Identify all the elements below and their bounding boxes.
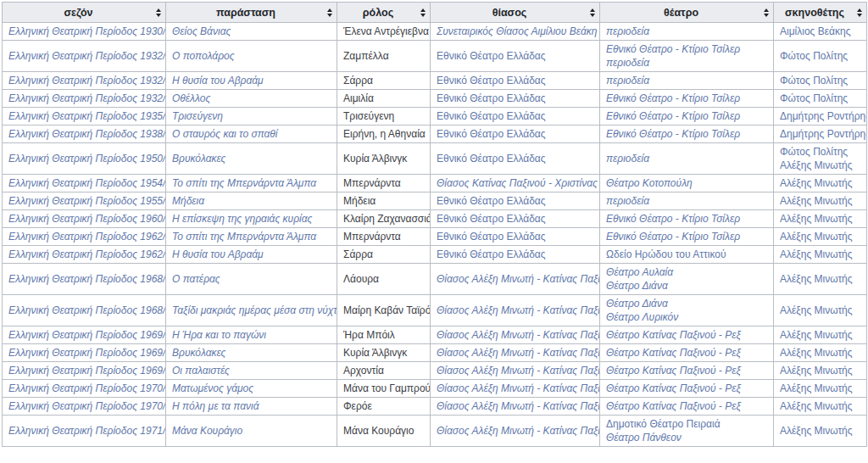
wiki-link[interactable]: Θέατρο Πάνθεον bbox=[606, 432, 682, 443]
wiki-link[interactable]: περιοδεία bbox=[606, 25, 649, 37]
wiki-link[interactable]: Το σπίτι της Μπερνάρντα Άλμπα bbox=[172, 177, 316, 189]
wiki-link[interactable]: Η πόλη με τα πανιά bbox=[172, 400, 259, 412]
wiki-link[interactable]: Ταξίδι μακριάς ημέρας μέσα στη νύχτα bbox=[172, 304, 337, 316]
sort-icon[interactable] bbox=[327, 8, 332, 17]
wiki-link[interactable]: Θέατρο Κατίνας Παξινού - Ρεξ bbox=[606, 347, 741, 359]
wiki-link[interactable]: Βρυκόλακες bbox=[172, 347, 225, 359]
wiki-link[interactable]: Θέατρο Κοτοπούλη bbox=[606, 177, 693, 189]
wiki-link[interactable]: Αλέξης Μινωτής bbox=[780, 273, 853, 285]
wiki-link[interactable]: Ελληνική Θεατρική Περίοδος 1954/1955 bbox=[8, 177, 166, 189]
col-header-theatre[interactable]: θέατρο bbox=[600, 3, 774, 23]
wiki-link[interactable]: Εθνικό Θέατρο Ελλάδας bbox=[437, 248, 546, 260]
sort-icon[interactable] bbox=[156, 8, 161, 17]
wiki-link[interactable]: Αλέξης Μινωτής bbox=[780, 382, 853, 394]
sort-icon[interactable] bbox=[764, 8, 769, 17]
wiki-link[interactable]: Θέατρο Διάνα bbox=[606, 298, 668, 310]
wiki-link[interactable]: Το σπίτι της Μπερνάρντα Άλμπα bbox=[172, 231, 316, 243]
wiki-link[interactable]: Τρισεύγενη bbox=[172, 110, 223, 122]
wiki-link[interactable]: Εθνικό Θέατρο Ελλάδας bbox=[437, 92, 546, 104]
sort-icon[interactable] bbox=[857, 8, 862, 17]
wiki-link[interactable]: Ελληνική Θεατρική Περίοδος 1950/1951 bbox=[8, 153, 166, 165]
wiki-link[interactable]: Ελληνική Θεατρική Περίοδος 1970/1971 bbox=[8, 382, 166, 394]
wiki-link[interactable]: Φώτος Πολίτης bbox=[780, 146, 848, 158]
wiki-link[interactable]: Οθέλλος bbox=[172, 92, 210, 104]
wiki-link[interactable]: Θέατρο Διάνα bbox=[606, 280, 668, 292]
wiki-link[interactable]: Θίασος Αλέξη Μινωτή - Κατίνας Παξινού bbox=[437, 382, 600, 394]
col-header-role[interactable]: ρόλος bbox=[337, 3, 431, 23]
wiki-link[interactable]: Ο σταυρός και το σπαθί bbox=[172, 128, 278, 140]
wiki-link[interactable]: Ελληνική Θεατρική Περίοδος 1935/1936 bbox=[8, 110, 166, 122]
wiki-link[interactable]: περιοδεία bbox=[606, 153, 649, 165]
wiki-link[interactable]: περιοδεία bbox=[606, 57, 649, 69]
wiki-link[interactable]: Εθνικό Θέατρο - Κτίριο Τσίλερ bbox=[606, 43, 740, 55]
wiki-link[interactable]: Αλέξης Μινωτής bbox=[780, 425, 853, 437]
col-header-play[interactable]: παράσταση bbox=[166, 3, 337, 23]
wiki-link[interactable]: Αλέξης Μινωτής bbox=[780, 231, 853, 243]
wiki-link[interactable]: περιοδεία bbox=[606, 195, 649, 207]
wiki-link[interactable]: Θίασος Αλέξη Μινωτή - Κατίνας Παξινού bbox=[437, 365, 600, 377]
col-header-director[interactable]: σκηνοθέτης bbox=[774, 3, 867, 23]
wiki-link[interactable]: Ελληνική Θεατρική Περίοδος 1960/1961 bbox=[8, 213, 166, 225]
col-header-season[interactable]: σεζόν bbox=[3, 3, 166, 23]
wiki-link[interactable]: Αλέξης Μινωτής bbox=[780, 329, 853, 341]
wiki-link[interactable]: Αλέξης Μινωτής bbox=[780, 195, 853, 207]
wiki-link[interactable]: Ελληνική Θεατρική Περίοδος 1968/1969 bbox=[8, 304, 166, 316]
wiki-link[interactable]: Ματωμένος γάμος bbox=[172, 382, 253, 394]
wiki-link[interactable]: Αλέξης Μινωτής bbox=[780, 365, 853, 377]
wiki-link[interactable]: Δημήτρης Ροντήρης bbox=[780, 110, 867, 122]
wiki-link[interactable]: Εθνικό Θέατρο Ελλάδας bbox=[437, 128, 546, 140]
wiki-link[interactable]: Εθνικό Θέατρο Ελλάδας bbox=[437, 153, 546, 165]
wiki-link[interactable]: Εθνικό Θέατρο - Κτίριο Τσίλερ bbox=[606, 231, 740, 243]
wiki-link[interactable]: Ελληνική Θεατρική Περίοδος 1962/1963 bbox=[8, 231, 166, 243]
wiki-link[interactable]: Αλέξης Μινωτής bbox=[780, 400, 853, 412]
wiki-link[interactable]: Συνεταιρικός Θίασος Αιμίλιου Βεάκη bbox=[437, 25, 597, 37]
wiki-link[interactable]: Αλέξης Μινωτής bbox=[780, 159, 853, 171]
wiki-link[interactable]: Ελληνική Θεατρική Περίοδος 1938/1939 bbox=[8, 128, 166, 140]
wiki-link[interactable]: Ελληνική Θεατρική Περίοδος 1932/1933 bbox=[8, 50, 166, 62]
wiki-link[interactable]: Ο πατέρας bbox=[172, 273, 220, 285]
sort-icon[interactable] bbox=[590, 8, 595, 17]
wiki-link[interactable]: Ελληνική Θεατρική Περίοδος 1970/1971 bbox=[8, 400, 166, 412]
wiki-link[interactable]: Θέατρο Κατίνας Παξινού - Ρεξ bbox=[606, 382, 741, 394]
wiki-link[interactable]: Εθνικό Θέατρο Ελλάδας bbox=[437, 75, 546, 86]
wiki-link[interactable]: Μήδεια bbox=[172, 195, 204, 207]
wiki-link[interactable]: Θέατρο Αυλαία bbox=[606, 266, 673, 278]
wiki-link[interactable]: Θίασος Αλέξη Μινωτή - Κατίνας Παξινού bbox=[437, 273, 600, 285]
wiki-link[interactable]: Θίασος Αλέξη Μινωτή - Κατίνας Παξινού bbox=[437, 400, 600, 412]
wiki-link[interactable]: Ωδείο Ηρώδου του Αττικού bbox=[606, 248, 726, 260]
wiki-link[interactable]: Ελληνική Θεατρική Περίοδος 1969/1970 bbox=[8, 329, 166, 341]
wiki-link[interactable]: Εθνικό Θέατρο - Κτίριο Τσίλερ bbox=[606, 92, 740, 104]
wiki-link[interactable]: Θίασος Κατίνας Παξινού - Χριστίνας Καλογ… bbox=[437, 177, 600, 189]
wiki-link[interactable]: Αλέξης Μινωτής bbox=[780, 177, 853, 189]
wiki-link[interactable]: Εθνικό Θέατρο Ελλάδας bbox=[437, 195, 546, 207]
wiki-link[interactable]: Φώτος Πολίτης bbox=[780, 92, 848, 104]
wiki-link[interactable]: Αλέξης Μινωτής bbox=[780, 304, 853, 316]
wiki-link[interactable]: Εθνικό Θέατρο - Κτίριο Τσίλερ bbox=[606, 128, 740, 140]
wiki-link[interactable]: Αλέξης Μινωτής bbox=[780, 213, 853, 225]
wiki-link[interactable]: Θίασος Αλέξη Μινωτή - Κατίνας Παξινού bbox=[437, 425, 600, 437]
wiki-link[interactable]: Ελληνική Θεατρική Περίοδος 1969/1970 bbox=[8, 347, 166, 359]
wiki-link[interactable]: Ελληνική Θεατρική Περίοδος 1932/1933 bbox=[8, 92, 166, 104]
wiki-link[interactable]: Θέατρο Κατίνας Παξινού - Ρεξ bbox=[606, 329, 741, 341]
wiki-link[interactable]: Ελληνική Θεατρική Περίοδος 1930/1931 bbox=[8, 25, 166, 37]
wiki-link[interactable]: Ελληνική Θεατρική Περίοδος 1971/1972 bbox=[8, 425, 166, 437]
wiki-link[interactable]: περιοδεία bbox=[606, 75, 649, 86]
wiki-link[interactable]: Ελληνική Θεατρική Περίοδος 1969/1970 bbox=[8, 365, 166, 377]
wiki-link[interactable]: Θίασος Αλέξη Μινωτή - Κατίνας Παξινού bbox=[437, 329, 600, 341]
wiki-link[interactable]: Εθνικό Θέατρο Ελλάδας bbox=[437, 213, 546, 225]
wiki-link[interactable]: Η θυσία του Αβραάμ bbox=[172, 248, 264, 260]
wiki-link[interactable]: Εθνικό Θέατρο Ελλάδας bbox=[437, 50, 546, 62]
wiki-link[interactable]: Δημήτρης Ροντήρης bbox=[780, 128, 867, 140]
wiki-link[interactable]: Αλέξης Μινωτής bbox=[780, 248, 853, 260]
wiki-link[interactable]: Αλέξης Μινωτής bbox=[780, 347, 853, 359]
wiki-link[interactable]: Μάνα Κουράγιο bbox=[172, 425, 242, 437]
wiki-link[interactable]: Θείος Βάνιας bbox=[172, 25, 231, 37]
wiki-link[interactable]: Θίασος Αλέξη Μινωτή - Κατίνας Παξινού bbox=[437, 347, 600, 359]
wiki-link[interactable]: Η Ήρα και το παγώνι bbox=[172, 329, 266, 341]
wiki-link[interactable]: Βρυκόλακες bbox=[172, 153, 225, 165]
wiki-link[interactable]: Ο ποπολάρος bbox=[172, 50, 235, 62]
col-header-troupe[interactable]: θίασος bbox=[431, 3, 600, 23]
wiki-link[interactable]: Θέατρο Λυρικόν bbox=[606, 311, 678, 323]
wiki-link[interactable]: Φώτος Πολίτης bbox=[780, 75, 848, 86]
wiki-link[interactable]: Αιμίλιος Βεάκης bbox=[780, 25, 850, 37]
